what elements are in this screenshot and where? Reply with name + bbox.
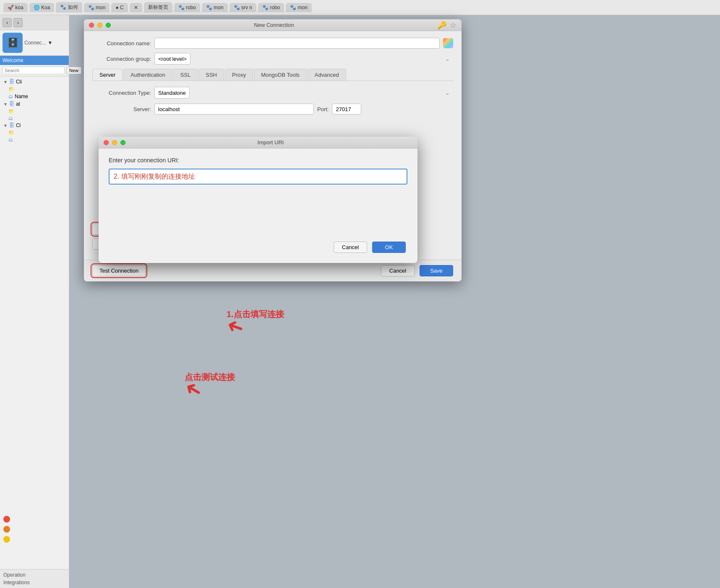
import-uri-maximize-button[interactable] bbox=[120, 140, 125, 145]
tab[interactable]: 🐾 mon bbox=[84, 3, 110, 12]
tab[interactable]: 🌐 Koa bbox=[29, 3, 55, 12]
sidebar-subitem[interactable]: 📁 bbox=[0, 108, 69, 115]
sidebar: ‹ › 🗄️ Connec... ▼ Welcome New ▼ 🗄 Cli 📁… bbox=[0, 15, 69, 588]
minimize-button[interactable] bbox=[97, 23, 102, 28]
cancel-button[interactable]: Cancel bbox=[381, 265, 415, 276]
collection-icon: 🗂 bbox=[8, 137, 13, 142]
tab[interactable]: 🚀 koa bbox=[3, 3, 28, 12]
tab[interactable]: 🐾 robo bbox=[258, 3, 284, 12]
sidebar-item-cli1[interactable]: ▼ 🗄 Cli bbox=[0, 78, 69, 86]
browser-chrome: 🚀 koa 🌐 Koa 🐾 如何 🐾 mon ● C ✕ 新标签页 🐾 robo… bbox=[0, 0, 720, 15]
annotation-click-uri: 1.点击填写连接 ➜ bbox=[227, 309, 284, 339]
folder-icon: 📁 bbox=[8, 109, 14, 114]
tab[interactable]: 新标签页 bbox=[144, 2, 172, 13]
uri-dialog-footer: Cancel OK bbox=[109, 242, 407, 253]
test-connection-button[interactable]: Test Connection bbox=[92, 265, 146, 276]
db-icon: 🗄 bbox=[9, 101, 14, 107]
sidebar-operations-label: Operation bbox=[3, 572, 65, 578]
connection-group-select[interactable]: <root level> bbox=[154, 53, 190, 65]
desktop: ‹ › 🗄️ Connec... ▼ Welcome New ▼ 🗄 Cli 📁… bbox=[0, 15, 720, 588]
sidebar-item-cl[interactable]: ▼ 🗄 Cl bbox=[0, 122, 69, 129]
uri-text-input[interactable] bbox=[109, 169, 407, 185]
port-input[interactable] bbox=[332, 104, 361, 114]
import-uri-body: Enter your connection URI: 2. 填写刚刚复制的连接地… bbox=[99, 148, 417, 263]
tab-proxy[interactable]: Proxy bbox=[225, 69, 253, 81]
sidebar-subitem5[interactable]: 🗂 bbox=[0, 136, 69, 143]
connection-type-row: Connection Type: Standalone bbox=[92, 87, 453, 99]
sidebar-tree: ▼ 🗄 Cli 📁 🗂 Name ▼ 🗄 at 📁 🗂 bbox=[0, 76, 69, 145]
import-uri-dialog: Import URI Enter your connection URI: 2.… bbox=[99, 137, 417, 263]
maximize-button[interactable] bbox=[106, 23, 111, 28]
sidebar-integrations-label[interactable]: Integrations bbox=[3, 580, 65, 585]
sidebar-subitem3[interactable]: 🗂 bbox=[0, 115, 69, 122]
annotation-test-connection: 点击测试连接 ➜ bbox=[185, 372, 235, 402]
tab-ssl[interactable]: SSL bbox=[173, 69, 198, 81]
tab[interactable]: 🐾 mon bbox=[202, 3, 228, 12]
tab[interactable]: ● C bbox=[111, 3, 128, 12]
tab-authentication[interactable]: Authentication bbox=[123, 69, 172, 81]
key-icon[interactable]: 🔑 bbox=[437, 21, 446, 30]
connection-type-select-wrapper: Standalone bbox=[154, 87, 453, 99]
tab[interactable]: 🐾 mon bbox=[286, 3, 312, 12]
uri-input-wrapper: 2. 填写刚刚复制的连接地址 bbox=[109, 169, 407, 185]
app-logo: 🗄️ bbox=[3, 33, 23, 53]
red-label bbox=[3, 516, 10, 523]
annotation2-text: 点击测试连接 bbox=[185, 372, 235, 383]
window-title: New Connection bbox=[114, 22, 434, 28]
save-button[interactable]: Save bbox=[420, 265, 453, 276]
sidebar-name-label: Name bbox=[15, 94, 28, 99]
connect-label: Connec... bbox=[24, 40, 46, 46]
import-uri-minimize-button[interactable] bbox=[112, 140, 117, 145]
connection-name-input[interactable] bbox=[154, 38, 440, 49]
tab-ssh[interactable]: SSH bbox=[198, 69, 224, 81]
sidebar-item-at[interactable]: ▼ 🗄 at bbox=[0, 100, 69, 108]
connection-type-select[interactable]: Standalone bbox=[154, 87, 190, 99]
orange-label bbox=[3, 526, 10, 533]
import-uri-titlebar: Import URI bbox=[99, 137, 417, 148]
yellow-label bbox=[3, 536, 10, 543]
color-labels bbox=[0, 513, 13, 546]
annotation2-arrow: ➜ bbox=[180, 376, 206, 405]
tab[interactable]: 🐾 robo bbox=[174, 3, 200, 12]
annotation1-arrow: ➜ bbox=[223, 314, 247, 341]
folder-icon: 📁 bbox=[8, 86, 14, 92]
collection-icon: 🗂 bbox=[8, 94, 13, 99]
db-icon: 🗄 bbox=[9, 122, 14, 128]
folder-icon: 📁 bbox=[8, 130, 14, 135]
expand-arrow[interactable]: ▼ bbox=[47, 40, 52, 46]
color-picker-icon[interactable] bbox=[443, 38, 453, 48]
server-input[interactable] bbox=[154, 104, 314, 114]
new-connection-button[interactable]: New bbox=[66, 67, 81, 74]
port-label: Port: bbox=[317, 106, 329, 112]
uri-cancel-button[interactable]: Cancel bbox=[334, 242, 367, 253]
connection-name-row: Connection name: bbox=[92, 38, 453, 49]
sidebar-item-label: Cli bbox=[16, 79, 22, 85]
import-uri-close-button[interactable] bbox=[104, 140, 109, 145]
nav-forward-button[interactable]: › bbox=[13, 18, 23, 27]
close-button[interactable] bbox=[89, 23, 94, 28]
tree-arrow: ▼ bbox=[3, 102, 8, 107]
uri-prompt-label: Enter your connection URI: bbox=[109, 157, 407, 164]
sidebar-search-input[interactable] bbox=[3, 67, 65, 74]
import-uri-title: Import URI bbox=[129, 139, 412, 146]
nav-back-button[interactable]: ‹ bbox=[3, 18, 12, 27]
sidebar-toolbar: ‹ › bbox=[0, 15, 69, 30]
connection-group-select-wrapper: <root level> bbox=[154, 53, 453, 65]
welcome-tab[interactable]: Welcome bbox=[0, 56, 69, 65]
server-label: Server: bbox=[92, 106, 151, 112]
connection-name-label: Connection name: bbox=[92, 40, 151, 47]
sidebar-subitem4[interactable]: 📁 bbox=[0, 129, 69, 136]
tab[interactable]: 🐾 srv n bbox=[230, 3, 256, 12]
sidebar-subitem[interactable]: 📁 bbox=[0, 86, 69, 93]
tab-close[interactable]: ✕ bbox=[130, 3, 142, 12]
tab-server[interactable]: Server bbox=[92, 69, 123, 81]
sidebar-item-label: at bbox=[16, 101, 20, 107]
star-icon[interactable]: ☆ bbox=[450, 21, 457, 30]
tab-advanced[interactable]: Advanced bbox=[308, 69, 346, 81]
sidebar-item-label: Cl bbox=[16, 122, 21, 128]
tabs-bar: Server Authentication SSL SSH Proxy Mong… bbox=[92, 69, 453, 81]
sidebar-subitem2[interactable]: 🗂 Name bbox=[0, 93, 69, 100]
tab-mongodb-tools[interactable]: MongoDB Tools bbox=[254, 69, 307, 81]
uri-ok-button[interactable]: OK bbox=[372, 242, 406, 253]
tab[interactable]: 🐾 如何 bbox=[56, 2, 82, 13]
